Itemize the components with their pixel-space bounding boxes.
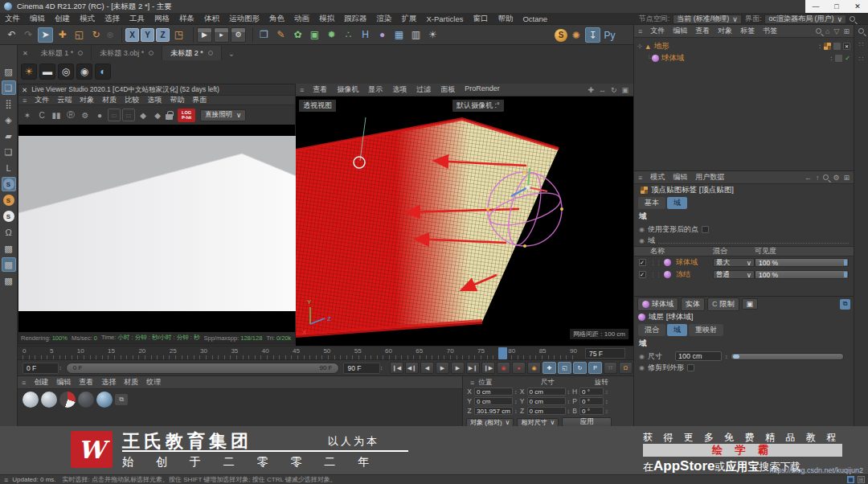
tab-limit[interactable]: C限制 (707, 297, 739, 311)
menu-item[interactable]: 选择 (100, 14, 125, 24)
live-viewer-menu-item[interactable]: 比较 (121, 95, 143, 105)
attribute-menu-item[interactable]: 模式 (646, 172, 669, 183)
stepper-icon[interactable]: ↕ (514, 399, 518, 404)
menu-item[interactable]: 窗口 (468, 14, 493, 24)
deform-checkbox[interactable] (702, 226, 709, 233)
animation-dot-icon[interactable]: ◉ (639, 353, 645, 360)
stepper-icon[interactable]: ↕ (567, 399, 571, 404)
download-manager-icon[interactable]: ↧ (585, 27, 600, 43)
menu-item[interactable]: 体积 (199, 14, 224, 24)
object-manager-menu-item[interactable]: 编辑 (669, 26, 691, 36)
attribute-menu-item[interactable]: 编辑 (669, 172, 691, 183)
frame-icon[interactable]: ▭ (122, 109, 135, 121)
search-icon[interactable] (816, 28, 821, 34)
add-light-menu[interactable]: ☀ (425, 27, 440, 43)
material-thumbnail[interactable] (23, 392, 39, 408)
field-enabled-checkbox[interactable]: ✓ (639, 259, 646, 266)
paint-tool-icon[interactable]: ✺ (568, 27, 583, 43)
home-icon[interactable]: ⌂ (825, 27, 829, 35)
pin-icon[interactable]: ◆ (151, 109, 164, 121)
weave-alt-icon[interactable]: ▩ (2, 273, 16, 288)
live-viewer-menu-item[interactable]: 选项 (143, 95, 166, 105)
stepper-icon[interactable]: ↕ (514, 389, 518, 395)
half-sphere-icon[interactable]: ◐ (95, 64, 111, 80)
rotation-input[interactable]: 0 ° (579, 388, 604, 396)
doc-tab-2[interactable]: 未标题 3.obj * (92, 46, 162, 60)
up-icon[interactable]: ↑ (816, 174, 820, 182)
camera-label[interactable]: 默认摄像机 :° (452, 100, 504, 112)
viewport-canvas[interactable]: Y Z X 透视视图 默认摄像机 :° 网格间距 : 100 cm (296, 96, 633, 346)
pan-view-icon[interactable]: ✚ (588, 86, 594, 94)
tab-close-icon[interactable] (208, 51, 213, 55)
record-position-toggle[interactable]: ✚ (542, 362, 556, 374)
search-icon[interactable] (850, 16, 855, 22)
next-frame-button[interactable]: ▶ (451, 362, 465, 374)
ui-layout-dropdown[interactable]: oc渲染器布局 (用户)∨ (764, 14, 846, 24)
zoom-view-icon[interactable]: ↔ (599, 86, 606, 94)
goto-prev-key-button[interactable]: ◀❙ (405, 362, 419, 374)
object-manager-menu-item[interactable]: 查看 (691, 26, 714, 36)
axis-mode-icon[interactable]: L (2, 161, 16, 175)
stepper-icon[interactable]: ↕ (514, 408, 518, 414)
coordinate-system-icon[interactable]: ◳ (171, 27, 186, 43)
hamburger-icon[interactable]: ≡ (18, 379, 30, 387)
field-list-row[interactable]: ✓ ⋮⋮ 球体域 最大∨ 100 % (634, 256, 854, 269)
tab-close-icon[interactable] (78, 51, 83, 55)
menu-item[interactable]: 扩展 (397, 14, 422, 24)
blend-mode-dropdown[interactable]: 普通∨ (713, 270, 755, 279)
animation-dot-icon[interactable]: ◉ (639, 237, 645, 244)
size-mode-dropdown[interactable]: 相对尺寸∨ (517, 418, 559, 427)
menu-item[interactable]: 动画 (289, 14, 314, 24)
weave-icon[interactable]: ▩ (2, 241, 16, 256)
material-menu-item[interactable]: 材质 (120, 377, 142, 388)
search-icon[interactable] (823, 174, 829, 180)
sketch-tool-icon[interactable]: S (555, 29, 567, 42)
burst-icon[interactable]: ✶ (21, 109, 34, 121)
python-icon[interactable]: Py (602, 27, 617, 43)
uv-mode-icon[interactable]: ❏ (2, 145, 16, 159)
object-manager-menu-item[interactable]: 文件 (646, 26, 669, 36)
redo-icon[interactable]: ↷ (21, 27, 36, 43)
stepper-icon[interactable]: ↕ (725, 354, 728, 359)
stepper-icon[interactable]: ↕ (605, 389, 608, 395)
add-camera-menu[interactable]: ▥ (408, 27, 424, 43)
object-row-terrain[interactable]: ⊹ ▲ 地形 ∶ ✕ (634, 40, 854, 52)
field-enabled-checkbox[interactable]: ✓ (639, 271, 646, 278)
toolbar-separator[interactable] (190, 27, 194, 43)
region-render-icon[interactable]: Ⓡ (64, 109, 77, 121)
animation-dot-icon[interactable]: ◉ (639, 364, 645, 371)
material-thumbnail[interactable] (59, 392, 76, 408)
material-thumbnail[interactable] (41, 392, 57, 408)
tab-icon-extra[interactable]: ▣ (742, 298, 759, 310)
close-button[interactable]: ✕ (847, 0, 868, 13)
viewport-menu-item[interactable]: 选项 (387, 84, 411, 95)
toolbar-separator[interactable] (249, 27, 253, 43)
object-manager-menu-item[interactable]: 标签 (736, 26, 759, 36)
position-input[interactable]: 301.957 cm (474, 407, 513, 415)
rotate-view-icon[interactable]: ↻ (611, 86, 617, 94)
add-simulate-menu[interactable]: ✹ (324, 27, 339, 43)
tab-solid[interactable]: 实体 (681, 297, 705, 311)
live-viewer-menu-item[interactable]: 文件 (31, 95, 53, 105)
polygon-mode-icon[interactable]: ▰ (2, 129, 16, 143)
record-rotation-toggle[interactable]: ↻ (573, 362, 587, 374)
x-axis-lock[interactable]: X (125, 28, 139, 42)
rotation-input[interactable]: 0 ° (579, 407, 604, 415)
scale-tool[interactable]: ◱ (72, 27, 87, 43)
workplane-snap-icon[interactable]: S (2, 209, 16, 224)
gear-icon[interactable]: ⚙ (833, 174, 839, 182)
object-row-sphere-field[interactable]: └ 球体域 ∶ ✓ (634, 52, 854, 64)
node-space-dropdown[interactable]: 当前 (标准/物理)∨ (673, 14, 742, 24)
pin-icon[interactable]: ◆ (137, 109, 149, 121)
add-icon[interactable]: ⊞ (843, 174, 850, 182)
viewport-menu-item[interactable]: 过滤 (411, 84, 436, 95)
visibility-slider[interactable]: 100 % (755, 270, 849, 279)
hamburger-icon[interactable]: ≡ (0, 476, 12, 484)
menu-item[interactable]: 工具 (125, 14, 149, 24)
tab-overflow-icon[interactable]: ⌄ (222, 49, 241, 58)
frame-icon[interactable]: ▭ (108, 109, 121, 121)
add-hair-menu[interactable]: Η (358, 27, 373, 43)
snap-toggle-icon[interactable]: S (2, 177, 16, 191)
tab-basic[interactable]: 基本 (638, 197, 665, 209)
material-menu-item[interactable]: 查看 (75, 377, 97, 388)
